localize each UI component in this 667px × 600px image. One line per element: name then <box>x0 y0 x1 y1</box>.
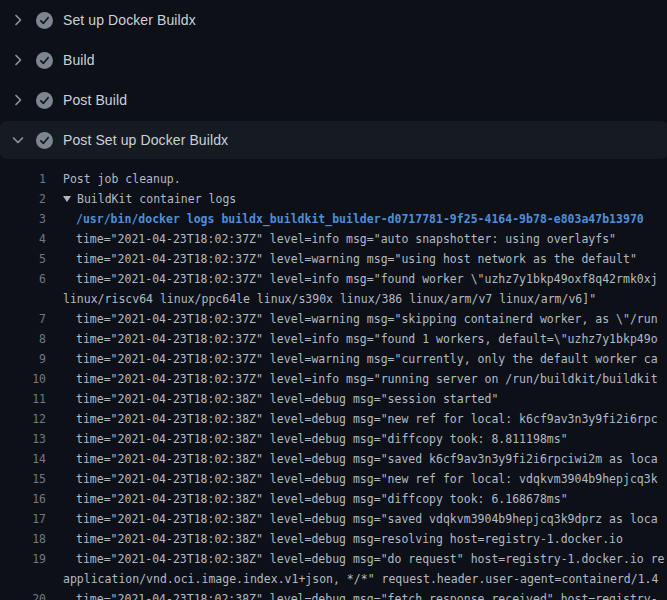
log-line-number[interactable] <box>0 289 46 309</box>
log-line-number[interactable]: 12 <box>0 409 46 429</box>
log-line: 14 time="2021-04-23T18:02:38Z" level=deb… <box>0 449 667 469</box>
log-line: 2 BuildKit container logs <box>0 189 667 209</box>
log-line-text: time="2021-04-23T18:02:38Z" level=debug … <box>76 449 658 469</box>
log-line-number[interactable]: 18 <box>0 529 46 549</box>
check-circle-icon <box>36 92 53 109</box>
check-circle-icon <box>36 132 53 149</box>
log-line: 4 time="2021-04-23T18:02:37Z" level=info… <box>0 229 667 249</box>
log-line-text: time="2021-04-23T18:02:38Z" level=debug … <box>76 389 498 409</box>
log-line: 1 Post job cleanup. <box>0 169 667 189</box>
log-line-text: time="2021-04-23T18:02:37Z" level=info m… <box>76 269 658 289</box>
check-circle-icon <box>36 52 53 69</box>
chevron-right-icon <box>10 12 26 28</box>
log-line: 5 time="2021-04-23T18:02:37Z" level=warn… <box>0 249 667 269</box>
log-line-number[interactable] <box>0 569 46 589</box>
log-line-number[interactable]: 5 <box>0 249 46 269</box>
log-line-text: time="2021-04-23T18:02:38Z" level=debug … <box>76 409 658 429</box>
log-line-text: time="2021-04-23T18:02:37Z" level=warnin… <box>76 349 658 369</box>
log-line-number[interactable]: 6 <box>0 269 46 289</box>
log-line: linux/riscv64 linux/ppc64le linux/s390x … <box>0 289 667 309</box>
log-line-text: time="2021-04-23T18:02:38Z" level=debug … <box>76 549 665 569</box>
log-line-text: time="2021-04-23T18:02:37Z" level=info m… <box>76 329 658 349</box>
log-line-text: time="2021-04-23T18:02:38Z" level=debug … <box>76 469 658 489</box>
log-line-text: time="2021-04-23T18:02:38Z" level=debug … <box>76 489 568 509</box>
log-line-number[interactable]: 4 <box>0 229 46 249</box>
step-row[interactable]: Post Build <box>0 80 667 120</box>
log-line: 3 /usr/bin/docker logs buildx_buildkit_b… <box>0 209 667 229</box>
log-line-number[interactable]: 17 <box>0 509 46 529</box>
step-row[interactable]: Build <box>0 40 667 80</box>
step-label: Build <box>63 52 95 68</box>
steps-list: Set up Docker Buildx Build Post Build Po… <box>0 0 667 159</box>
log-line: 9 time="2021-04-23T18:02:37Z" level=warn… <box>0 349 667 369</box>
chevron-down-icon <box>10 132 26 148</box>
log-line-number[interactable]: 20 <box>0 589 46 600</box>
log-line-number[interactable]: 3 <box>0 209 46 229</box>
log-line: 17 time="2021-04-23T18:02:38Z" level=deb… <box>0 509 667 529</box>
log-line-text: time="2021-04-23T18:02:37Z" level=info m… <box>76 369 658 389</box>
step-row[interactable]: Post Set up Docker Buildx <box>0 121 667 159</box>
log-line: 15 time="2021-04-23T18:02:38Z" level=deb… <box>0 469 667 489</box>
log-line-text: time="2021-04-23T18:02:37Z" level=warnin… <box>76 309 658 329</box>
log-line: application/vnd.oci.image.index.v1+json,… <box>0 569 667 589</box>
log-line-text: time="2021-04-23T18:02:38Z" level=debug … <box>76 429 568 449</box>
log-line: 10 time="2021-04-23T18:02:37Z" level=inf… <box>0 369 667 389</box>
log-line-number[interactable]: 1 <box>0 169 46 189</box>
step-label: Post Set up Docker Buildx <box>63 132 228 148</box>
log-line-number[interactable]: 2 <box>0 189 46 209</box>
log-line: 13 time="2021-04-23T18:02:38Z" level=deb… <box>0 429 667 449</box>
log-line: 19 time="2021-04-23T18:02:38Z" level=deb… <box>0 549 667 569</box>
log-line-number[interactable]: 13 <box>0 429 46 449</box>
step-row[interactable]: Set up Docker Buildx <box>0 0 667 40</box>
log-line-number[interactable]: 10 <box>0 369 46 389</box>
log-line-text: time="2021-04-23T18:02:37Z" level=warnin… <box>76 249 637 269</box>
log-line-number[interactable]: 15 <box>0 469 46 489</box>
chevron-right-icon <box>10 52 26 68</box>
log-line-text: linux/riscv64 linux/ppc64le linux/s390x … <box>63 289 596 309</box>
step-label: Set up Docker Buildx <box>63 12 196 28</box>
log-line: 6 time="2021-04-23T18:02:37Z" level=info… <box>0 269 667 289</box>
chevron-right-icon <box>10 92 26 108</box>
check-circle-icon <box>36 12 53 29</box>
log-line: 11 time="2021-04-23T18:02:38Z" level=deb… <box>0 389 667 409</box>
log-line-text: time="2021-04-23T18:02:37Z" level=info m… <box>76 229 616 249</box>
log-line: 18 time="2021-04-23T18:02:38Z" level=deb… <box>0 529 667 549</box>
log-line-number[interactable]: 14 <box>0 449 46 469</box>
log-line-text: Post job cleanup. <box>63 169 181 189</box>
log-line: 20 time="2021-04-23T18:02:38Z" level=deb… <box>0 589 667 600</box>
log-area: 1 Post job cleanup. 2 BuildKit container… <box>0 159 667 600</box>
log-line-text: application/vnd.oci.image.index.v1+json,… <box>63 569 658 589</box>
log-group-toggle[interactable]: BuildKit container logs <box>63 189 236 209</box>
log-line-number[interactable]: 9 <box>0 349 46 369</box>
collapse-triangle-icon <box>63 196 71 202</box>
log-line-text: time="2021-04-23T18:02:38Z" level=debug … <box>76 529 623 549</box>
step-label: Post Build <box>63 92 127 108</box>
log-line-number[interactable]: 7 <box>0 309 46 329</box>
log-line-text: /usr/bin/docker logs buildx_buildkit_bui… <box>76 209 644 229</box>
log-line-text: time="2021-04-23T18:02:38Z" level=debug … <box>76 589 658 600</box>
log-line: 12 time="2021-04-23T18:02:38Z" level=deb… <box>0 409 667 429</box>
log-line: 8 time="2021-04-23T18:02:37Z" level=info… <box>0 329 667 349</box>
log-line-number[interactable]: 16 <box>0 489 46 509</box>
workflow-log-viewer: Set up Docker Buildx Build Post Build Po… <box>0 0 667 600</box>
log-line-number[interactable]: 19 <box>0 549 46 569</box>
log-line-number[interactable]: 11 <box>0 389 46 409</box>
log-line-text: time="2021-04-23T18:02:38Z" level=debug … <box>76 509 658 529</box>
log-line: 7 time="2021-04-23T18:02:37Z" level=warn… <box>0 309 667 329</box>
log-line: 16 time="2021-04-23T18:02:38Z" level=deb… <box>0 489 667 509</box>
log-line-number[interactable]: 8 <box>0 329 46 349</box>
